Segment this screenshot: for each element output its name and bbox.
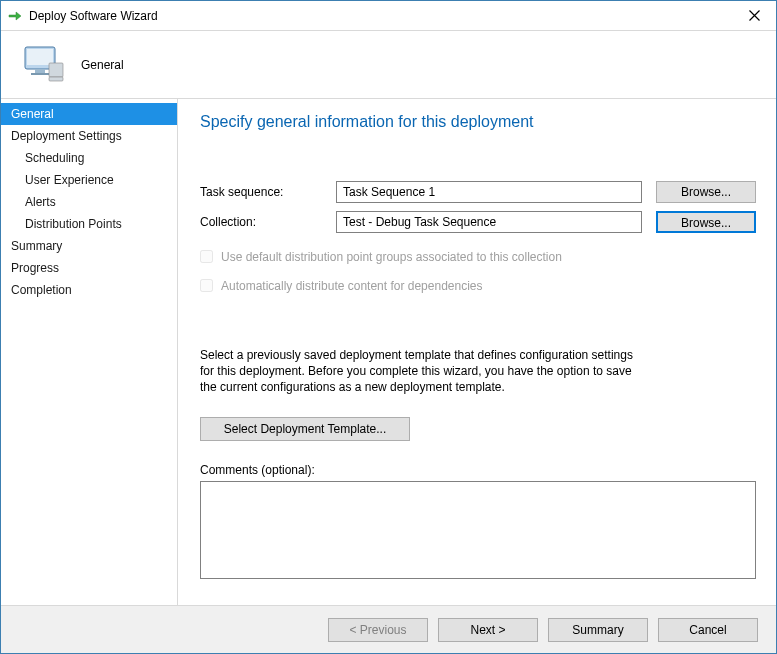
- comments-label: Comments (optional):: [200, 463, 756, 477]
- monitor-icon: [19, 39, 67, 90]
- wizard-window: Deploy Software Wizard General GeneralDe…: [0, 0, 777, 654]
- check-default-dp-groups: Use default distribution point groups as…: [200, 247, 756, 266]
- footer: < Previous Next > Summary Cancel: [1, 605, 776, 653]
- check-default-dp-groups-label: Use default distribution point groups as…: [221, 250, 562, 264]
- sidebar: GeneralDeployment SettingsSchedulingUser…: [1, 99, 178, 605]
- browse-task-sequence-button[interactable]: Browse...: [656, 181, 756, 203]
- template-description: Select a previously saved deployment tem…: [200, 347, 640, 395]
- sidebar-item-completion[interactable]: Completion: [1, 279, 177, 301]
- task-sequence-row: Task sequence: Browse...: [200, 181, 756, 203]
- sidebar-item-distribution-points[interactable]: Distribution Points: [1, 213, 177, 235]
- check-auto-distribute-box: [200, 279, 213, 292]
- main-panel: Specify general information for this dep…: [178, 99, 776, 605]
- task-sequence-label: Task sequence:: [200, 185, 336, 199]
- svg-rect-4: [49, 63, 63, 77]
- task-sequence-input[interactable]: [336, 181, 642, 203]
- collection-row: Collection: Browse...: [200, 211, 756, 233]
- collection-input[interactable]: [336, 211, 642, 233]
- sidebar-item-progress[interactable]: Progress: [1, 257, 177, 279]
- collection-label: Collection:: [200, 215, 336, 229]
- cancel-button[interactable]: Cancel: [658, 618, 758, 642]
- body: GeneralDeployment SettingsSchedulingUser…: [1, 99, 776, 605]
- header-label: General: [81, 58, 124, 72]
- sidebar-item-summary[interactable]: Summary: [1, 235, 177, 257]
- close-button[interactable]: [732, 1, 776, 31]
- check-auto-distribute: Automatically distribute content for dep…: [200, 276, 756, 295]
- window-title: Deploy Software Wizard: [29, 9, 732, 23]
- svg-rect-1: [27, 49, 53, 65]
- titlebar: Deploy Software Wizard: [1, 1, 776, 31]
- svg-rect-5: [49, 77, 63, 81]
- svg-rect-2: [35, 69, 45, 73]
- browse-collection-button[interactable]: Browse...: [656, 211, 756, 233]
- page-title: Specify general information for this dep…: [200, 113, 756, 131]
- check-default-dp-groups-box: [200, 250, 213, 263]
- sidebar-item-general[interactable]: General: [1, 103, 177, 125]
- select-template-button[interactable]: Select Deployment Template...: [200, 417, 410, 441]
- close-icon: [749, 10, 760, 21]
- sidebar-item-user-experience[interactable]: User Experience: [1, 169, 177, 191]
- previous-button: < Previous: [328, 618, 428, 642]
- next-button[interactable]: Next >: [438, 618, 538, 642]
- sidebar-item-alerts[interactable]: Alerts: [1, 191, 177, 213]
- svg-rect-3: [31, 73, 49, 75]
- comments-textarea[interactable]: [200, 481, 756, 579]
- summary-button[interactable]: Summary: [548, 618, 648, 642]
- sidebar-item-scheduling[interactable]: Scheduling: [1, 147, 177, 169]
- comments-wrap: [200, 481, 756, 582]
- header: General: [1, 31, 776, 99]
- arrow-right-icon: [7, 8, 23, 24]
- check-auto-distribute-label: Automatically distribute content for dep…: [221, 279, 483, 293]
- sidebar-item-deployment-settings[interactable]: Deployment Settings: [1, 125, 177, 147]
